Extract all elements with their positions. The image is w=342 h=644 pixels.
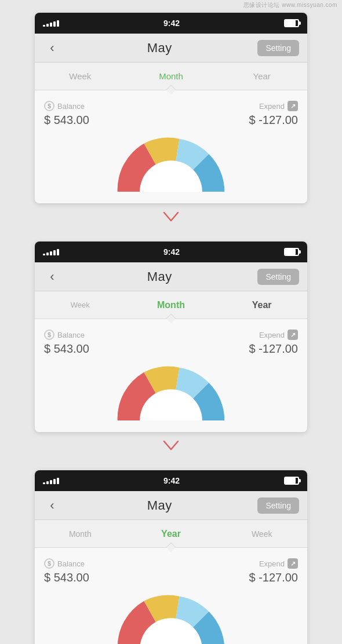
signal-bar-2-2: [46, 253, 49, 255]
balance-amount-1: $ 543.00: [44, 114, 89, 127]
balance-section-2: $ Balance $ 543.00: [44, 330, 89, 356]
status-time: 9:42: [163, 19, 180, 28]
tab-year-1[interactable]: Year: [216, 65, 307, 87]
battery-icon-3: [284, 477, 299, 485]
chart-1: [44, 134, 298, 192]
arrow-divider-1: [163, 203, 179, 230]
tab-year-3[interactable]: Year: [126, 523, 217, 545]
balance-text-1: Balance: [57, 102, 85, 111]
dollar-icon-1: $: [44, 101, 54, 111]
signal-bar-2-1: [43, 254, 45, 255]
expend-section-2: Expend ↗ $ -127.00: [249, 330, 298, 356]
donut-chart-1: [96, 134, 246, 192]
setting-button-3[interactable]: Setting: [257, 497, 299, 514]
tab-year-2[interactable]: Year: [216, 294, 307, 316]
balance-label-3: $ Balance: [44, 558, 89, 569]
screen-3: 9:42 ‹ May Setting Month Year Week $ Bal…: [35, 470, 307, 644]
page-title-3: May: [147, 498, 172, 513]
expend-text-1: Expend: [259, 102, 285, 111]
signal-bar-2-5: [57, 249, 59, 255]
stats-row-3: $ Balance $ 543.00 Expend ↗ $ -127.00: [44, 558, 298, 584]
battery-icon: [284, 19, 299, 27]
donut-chart-2: [96, 363, 246, 420]
chart-2: [44, 363, 298, 420]
back-button-1[interactable]: ‹: [43, 41, 61, 56]
tab-month-1[interactable]: Month: [126, 65, 217, 87]
balance-label-2: $ Balance: [44, 330, 89, 340]
signal-indicator: [43, 20, 59, 27]
signal-bar-3-3: [50, 480, 52, 484]
balance-amount-3: $ 543.00: [44, 571, 89, 584]
battery-fill-2: [285, 249, 296, 255]
status-bar-3: 9:42: [35, 470, 307, 491]
balance-section-1: $ Balance $ 543.00: [44, 101, 89, 127]
signal-bar-1: [43, 25, 45, 27]
screen-2: 9:42 ‹ May Setting Week Month Year $ Bal…: [35, 241, 307, 432]
signal-bar-5: [57, 20, 59, 27]
battery-fill: [285, 20, 296, 26]
status-time-3: 9:42: [163, 476, 180, 485]
signal-bar-4: [53, 21, 56, 27]
expend-amount-3: $ -127.00: [249, 571, 298, 584]
expend-arrow-icon-1: ↗: [288, 101, 298, 111]
signal-bar-3-1: [43, 482, 45, 484]
arrow-divider-2: [163, 432, 179, 459]
setting-button-2[interactable]: Setting: [257, 269, 299, 285]
tab-month-2[interactable]: Month: [126, 294, 217, 316]
signal-indicator-3: [43, 478, 59, 484]
content-1: $ Balance $ 543.00 Expend ↗ $ -127.00: [35, 90, 307, 203]
battery-fill-3: [285, 478, 296, 484]
balance-label-1: $ Balance: [44, 101, 89, 111]
stats-row-1: $ Balance $ 543.00 Expend ↗ $ -127.00: [44, 101, 298, 127]
battery-icon-2: [284, 248, 299, 256]
tab-bar-1: Week Month Year: [35, 63, 307, 90]
signal-bar-3-4: [53, 479, 56, 484]
expend-text-2: Expend: [259, 331, 285, 339]
expend-amount-2: $ -127.00: [249, 342, 298, 356]
expend-label-1: Expend ↗: [249, 101, 298, 111]
signal-bar-3-2: [46, 481, 49, 484]
status-bar-1: 9:42: [35, 13, 307, 34]
signal-indicator-2: [43, 249, 59, 255]
content-3: $ Balance $ 543.00 Expend ↗ $ -127.00: [35, 548, 307, 644]
tab-week-3[interactable]: Week: [216, 524, 307, 544]
dollar-icon-3: $: [44, 558, 54, 569]
expend-arrow-icon-3: ↗: [288, 558, 298, 569]
status-time-2: 9:42: [163, 247, 180, 257]
down-arrow-2: [163, 440, 179, 451]
content-2: $ Balance $ 543.00 Expend ↗ $ -127.00: [35, 319, 307, 432]
signal-bar-3-5: [57, 478, 59, 484]
nav-bar-2: ‹ May Setting: [35, 262, 307, 291]
expend-label-3: Expend ↗: [249, 558, 298, 569]
signal-bar-2: [46, 24, 49, 27]
expend-section-1: Expend ↗ $ -127.00: [249, 101, 298, 127]
watermark-text: 思缘设计论坛 www.missyuan.com: [243, 1, 337, 9]
balance-amount-2: $ 543.00: [44, 342, 89, 356]
nav-bar-3: ‹ May Setting: [35, 491, 307, 520]
expend-arrow-icon-2: ↗: [288, 330, 298, 340]
signal-bar-2-4: [53, 250, 56, 255]
back-button-3[interactable]: ‹: [43, 498, 61, 513]
dollar-icon-2: $: [44, 330, 54, 340]
donut-chart-3: [96, 591, 246, 644]
tab-week-2[interactable]: Week: [35, 295, 126, 315]
tab-week-1[interactable]: Week: [35, 65, 126, 87]
tab-month-3[interactable]: Month: [35, 524, 126, 544]
expend-amount-1: $ -127.00: [249, 114, 298, 127]
expend-section-3: Expend ↗ $ -127.00: [249, 558, 298, 584]
screen-1: 9:42 ‹ May Setting Week Month Year $ Bal…: [35, 13, 307, 203]
back-button-2[interactable]: ‹: [43, 269, 61, 284]
chart-3: [44, 591, 298, 644]
signal-bar-3: [50, 23, 52, 27]
page-title-2: May: [147, 269, 172, 284]
setting-button-1[interactable]: Setting: [257, 40, 299, 56]
tab-bar-3: Month Year Week: [35, 520, 307, 548]
expend-text-3: Expend: [259, 559, 285, 568]
tab-bar-2: Week Month Year: [35, 291, 307, 319]
balance-section-3: $ Balance $ 543.00: [44, 558, 89, 584]
signal-bar-2-3: [50, 251, 52, 255]
nav-bar-1: ‹ May Setting: [35, 34, 307, 63]
stats-row-2: $ Balance $ 543.00 Expend ↗ $ -127.00: [44, 330, 298, 356]
balance-text-2: Balance: [57, 331, 85, 339]
expend-label-2: Expend ↗: [249, 330, 298, 340]
